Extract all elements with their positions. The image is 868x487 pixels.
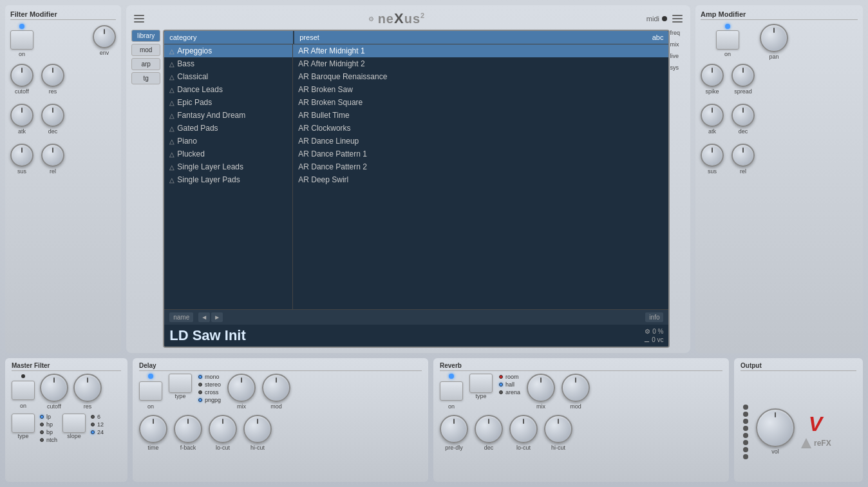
- mf-lp-item[interactable]: lp: [40, 414, 57, 420]
- preset-item[interactable]: AR After Midnight 2: [293, 57, 668, 70]
- category-item[interactable]: △Classical: [164, 70, 292, 83]
- delay-pngpg[interactable]: pngpg: [198, 397, 221, 403]
- preset-item[interactable]: AR Broken Saw: [293, 83, 668, 96]
- filter-on-button[interactable]: [10, 30, 33, 50]
- tg-btn[interactable]: tg: [131, 72, 160, 84]
- amp-sus-knob[interactable]: [701, 144, 724, 167]
- category-item[interactable]: △Single Layer Pads: [164, 173, 292, 186]
- rel-knob-container: rel: [41, 144, 64, 175]
- reverb-hall[interactable]: hall: [499, 381, 520, 388]
- reverb-mix-knob[interactable]: [527, 374, 555, 402]
- filter-rel-knob[interactable]: [41, 144, 64, 167]
- filter-res-label: res: [49, 88, 57, 95]
- amp-rel-knob[interactable]: [731, 144, 755, 167]
- arp-btn[interactable]: arp: [131, 58, 160, 70]
- delay-fback-knob[interactable]: [174, 415, 202, 443]
- filter-cutoff-knob[interactable]: [10, 64, 33, 87]
- delay-mix-knob[interactable]: [227, 374, 256, 402]
- nav-left-btn[interactable]: ◄: [198, 312, 210, 322]
- reverb-room[interactable]: room: [499, 374, 520, 380]
- category-item[interactable]: △Epic Pads: [164, 96, 292, 109]
- category-item[interactable]: △Dance Leads: [164, 83, 292, 96]
- preset-list: AR After Midnight 1AR After Midnight 2AR…: [293, 44, 668, 309]
- mf-slope-12[interactable]: 12: [91, 421, 104, 428]
- amp-on-button[interactable]: [716, 30, 739, 50]
- mf-res-knob[interactable]: [73, 374, 102, 402]
- category-item[interactable]: △Bass: [164, 57, 292, 70]
- mf-slope-12-dot: [91, 423, 95, 426]
- preset-item[interactable]: AR Dance Pattern 2: [293, 160, 668, 173]
- reverb-dec-knob[interactable]: [475, 415, 503, 443]
- right-menu-icon[interactable]: [670, 12, 685, 25]
- preset-item[interactable]: AR Deep Swirl: [293, 173, 668, 186]
- name-label: name: [169, 312, 193, 322]
- amp-knob-row2: spike spread: [701, 64, 755, 95]
- amp-dec-knob[interactable]: [731, 104, 755, 127]
- delay-hicut-knob[interactable]: [243, 415, 272, 443]
- display-footer: name ◄ ► info: [164, 309, 668, 325]
- mf-slope-6[interactable]: 6: [91, 414, 104, 420]
- amp-atk-knob[interactable]: [701, 104, 724, 127]
- category-item[interactable]: △Arpeggios: [164, 44, 292, 57]
- category-item[interactable]: △Fantasy And Dream: [164, 109, 292, 122]
- library-btn[interactable]: library: [131, 30, 160, 42]
- filter-dec-knob[interactable]: [41, 104, 64, 127]
- delay-stereo[interactable]: stereo: [198, 381, 221, 388]
- mf-type-button[interactable]: [12, 414, 35, 433]
- delay-time-knob[interactable]: [139, 415, 167, 443]
- filter-res-knob[interactable]: [41, 64, 64, 87]
- preset-item[interactable]: AR Clockworks: [293, 122, 668, 135]
- category-item[interactable]: △Single Layer Leads: [164, 160, 292, 173]
- reverb-mix-container: mix: [527, 374, 555, 410]
- mod-btn[interactable]: mod: [131, 44, 160, 56]
- on-env-row: on env: [10, 24, 116, 57]
- delay-mod-knob[interactable]: [262, 374, 290, 402]
- amp-spread-knob[interactable]: [731, 64, 755, 87]
- delay-cross[interactable]: cross: [198, 389, 221, 396]
- reverb-on-btn[interactable]: [440, 381, 463, 401]
- mf-ntch-item[interactable]: ntch: [40, 437, 57, 443]
- mf-bp-item[interactable]: bp: [40, 429, 57, 435]
- mf-cutoff-knob[interactable]: [40, 374, 68, 402]
- amp-dec-container: dec: [731, 104, 755, 135]
- amp-spike-knob[interactable]: [701, 64, 724, 87]
- filter-env-knob[interactable]: [93, 25, 116, 48]
- current-preset-name: LD Saw Init: [169, 327, 246, 344]
- mf-slope-24[interactable]: 24: [91, 429, 104, 435]
- reverb-predly-knob[interactable]: [440, 415, 468, 443]
- preset-item[interactable]: AR Broken Square: [293, 96, 668, 109]
- left-menu-icon[interactable]: [131, 12, 147, 25]
- stats-vc: 0 vc: [652, 336, 663, 343]
- mf-slope-button[interactable]: [62, 414, 86, 433]
- reverb-arena[interactable]: arena: [499, 389, 520, 396]
- reverb-panel: Reverb on type room: [433, 358, 729, 482]
- filter-atk-knob[interactable]: [10, 104, 33, 127]
- preset-item[interactable]: AR Bullet Time: [293, 109, 668, 122]
- amp-spread-label: spread: [734, 88, 752, 95]
- delay-mono[interactable]: mono: [198, 374, 221, 380]
- preset-item[interactable]: AR Dance Pattern 1: [293, 148, 668, 160]
- preset-item[interactable]: AR Dance Lineup: [293, 135, 668, 148]
- delay-type-btn[interactable]: [169, 374, 192, 393]
- filter-sus-knob[interactable]: [10, 144, 33, 167]
- mf-hp-item[interactable]: hp: [40, 421, 57, 428]
- category-item[interactable]: △Plucked: [164, 148, 292, 160]
- reverb-locut-knob[interactable]: [509, 415, 538, 443]
- reverb-type-btn[interactable]: [469, 374, 493, 393]
- preset-item[interactable]: AR Baroque Renaissance: [293, 70, 668, 83]
- stats-gear: ⚙ 0 %: [645, 328, 663, 335]
- category-item[interactable]: △Piano: [164, 135, 292, 148]
- top-section: Filter Modifier on env: [0, 0, 868, 358]
- delay-on-btn[interactable]: [139, 381, 162, 401]
- nav-right-btn[interactable]: ►: [211, 312, 223, 322]
- amp-mod-content: on spike spread: [701, 24, 858, 177]
- reverb-hicut-knob[interactable]: [544, 415, 572, 443]
- category-item[interactable]: △Gated Pads: [164, 122, 292, 135]
- mf-slope-label: slope: [67, 433, 81, 439]
- delay-locut-knob[interactable]: [209, 415, 237, 443]
- reverb-mod-knob[interactable]: [561, 374, 590, 402]
- mf-on-button[interactable]: [12, 381, 35, 400]
- output-vol-knob[interactable]: [756, 408, 795, 447]
- amp-pan-knob[interactable]: [760, 24, 788, 52]
- preset-item[interactable]: AR After Midnight 1: [293, 44, 668, 57]
